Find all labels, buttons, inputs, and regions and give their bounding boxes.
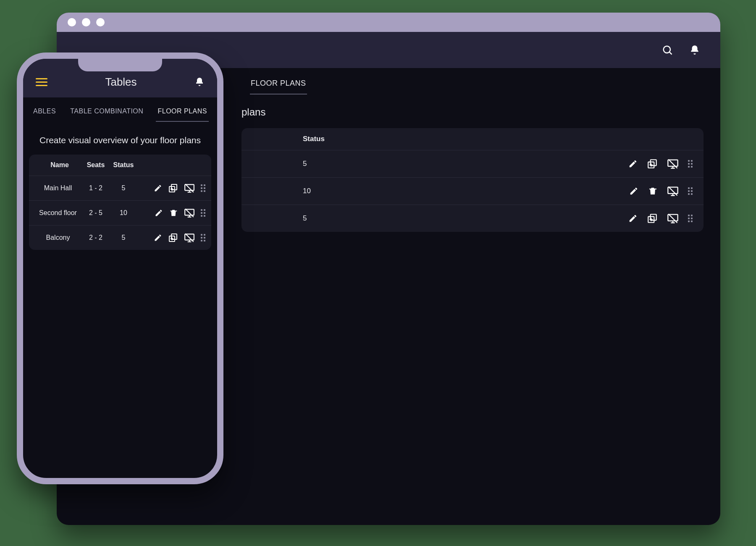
phone-subtitle: Create visual overview of your floor pla… bbox=[23, 122, 217, 155]
desktop-floor-plans-table: Status 5 10 bbox=[242, 128, 704, 232]
edit-icon[interactable] bbox=[629, 186, 638, 196]
cell-seats: 2 - 2 bbox=[81, 234, 110, 242]
cell-status: 5 bbox=[110, 234, 136, 242]
search-icon[interactable] bbox=[662, 44, 673, 56]
screen-off-icon[interactable] bbox=[184, 232, 195, 243]
edit-icon[interactable] bbox=[628, 159, 638, 168]
drag-handle-icon[interactable] bbox=[201, 184, 205, 192]
column-header-name: Name bbox=[35, 161, 81, 169]
screen-off-icon[interactable] bbox=[667, 185, 679, 197]
traffic-light-dot[interactable] bbox=[68, 18, 76, 26]
duplicate-icon[interactable] bbox=[168, 233, 178, 243]
cell-status: 5 bbox=[252, 160, 575, 168]
page-title: Tables bbox=[105, 76, 136, 89]
table-row: 10 bbox=[242, 177, 704, 205]
edit-icon[interactable] bbox=[628, 214, 638, 223]
duplicate-icon[interactable] bbox=[647, 213, 658, 224]
drag-handle-icon[interactable] bbox=[688, 215, 693, 222]
table-row: Balcony 2 - 2 5 bbox=[29, 225, 211, 250]
cell-status: 5 bbox=[110, 184, 136, 192]
duplicate-icon[interactable] bbox=[168, 183, 178, 193]
tab-floor-plans[interactable]: FLOOR PLANS bbox=[156, 108, 209, 122]
table-row: Main Hall 1 - 2 5 bbox=[29, 176, 211, 200]
column-header-seats: Seats bbox=[81, 161, 110, 169]
table-row: 5 bbox=[242, 205, 704, 232]
drag-handle-icon[interactable] bbox=[201, 209, 205, 217]
drag-handle-icon[interactable] bbox=[688, 160, 693, 168]
phone-notch bbox=[78, 58, 162, 71]
duplicate-icon[interactable] bbox=[647, 158, 658, 169]
cell-seats: 2 - 5 bbox=[81, 209, 110, 217]
traffic-light-dot[interactable] bbox=[82, 18, 90, 26]
tab-floor-plans[interactable]: FLOOR PLANS bbox=[250, 76, 307, 94]
table-row: 5 bbox=[242, 150, 704, 177]
cell-name: Second floor bbox=[35, 209, 81, 217]
tab-table-combination[interactable]: TABLE COMBINATION bbox=[68, 108, 145, 122]
table-header-row: Status bbox=[242, 128, 704, 150]
tab-tables[interactable]: ABLES bbox=[32, 108, 58, 122]
svg-point-0 bbox=[664, 46, 670, 53]
cell-name: Main Hall bbox=[35, 184, 81, 192]
edit-icon[interactable] bbox=[154, 234, 162, 242]
delete-icon[interactable] bbox=[169, 208, 178, 218]
edit-icon[interactable] bbox=[155, 209, 163, 217]
browser-chrome bbox=[57, 13, 720, 32]
screen-off-icon[interactable] bbox=[184, 207, 195, 218]
cell-name: Balcony bbox=[35, 234, 81, 242]
cell-status: 10 bbox=[110, 209, 136, 217]
drag-handle-icon[interactable] bbox=[201, 234, 205, 242]
drag-handle-icon[interactable] bbox=[688, 187, 693, 195]
cell-status: 10 bbox=[252, 187, 575, 195]
screen-off-icon[interactable] bbox=[184, 183, 195, 194]
hamburger-menu-icon[interactable] bbox=[36, 78, 47, 86]
screen-off-icon[interactable] bbox=[667, 213, 679, 224]
delete-icon[interactable] bbox=[648, 186, 658, 196]
column-header-status: Status bbox=[252, 135, 575, 143]
table-header-row: Name Seats Status bbox=[29, 155, 211, 176]
cell-seats: 1 - 2 bbox=[81, 184, 110, 192]
phone-window: Tables ABLES TABLE COMBINATION FLOOR PLA… bbox=[17, 52, 223, 484]
table-row: Second floor 2 - 5 10 bbox=[29, 200, 211, 225]
edit-icon[interactable] bbox=[154, 184, 162, 192]
svg-line-1 bbox=[669, 52, 672, 55]
traffic-light-dot[interactable] bbox=[96, 18, 105, 26]
phone-floor-plans-table: Name Seats Status Main Hall 1 - 2 5 Seco… bbox=[29, 155, 211, 250]
bell-icon[interactable] bbox=[689, 45, 700, 55]
screen-off-icon[interactable] bbox=[667, 158, 679, 170]
phone-tabs: ABLES TABLE COMBINATION FLOOR PLANS bbox=[23, 97, 217, 122]
column-header-status: Status bbox=[110, 161, 136, 169]
bell-icon[interactable] bbox=[194, 77, 205, 87]
cell-status: 5 bbox=[252, 214, 575, 223]
